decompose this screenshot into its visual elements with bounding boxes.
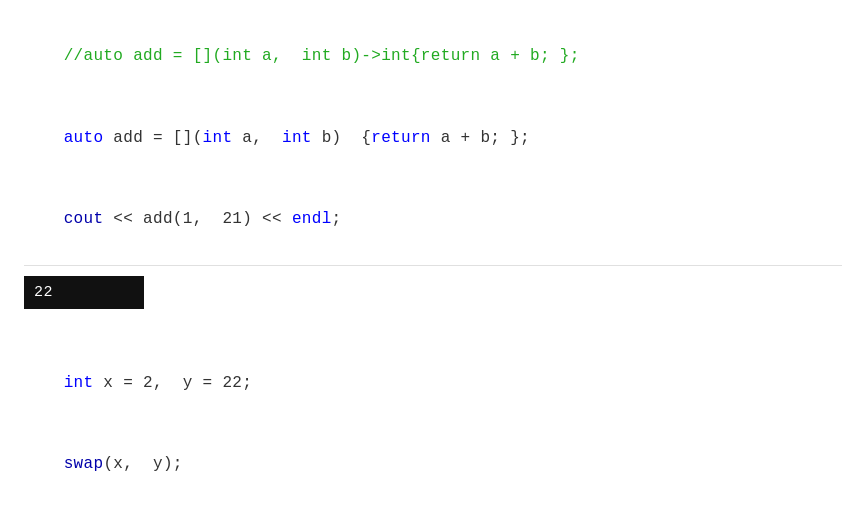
comment-text: //auto add = [](int a, int b)->int{retur… — [64, 47, 580, 65]
code-line-comment: //auto add = [](int a, int b)->int{retur… — [24, 16, 842, 98]
code-line-2: auto add = [](int a, int b) {return a + … — [24, 98, 842, 180]
type-int-1: int — [203, 129, 233, 147]
code-area: //auto add = [](int a, int b)->int{retur… — [0, 0, 866, 524]
code-line-4: int x = 2, y = 22; — [24, 342, 842, 424]
cout-1: cout — [64, 210, 104, 228]
code-line-3: cout << add(1, 21) << endl; — [24, 179, 842, 261]
keyword-auto: auto — [64, 129, 104, 147]
code-line-5: swap(x, y); — [24, 424, 842, 506]
output-block-1: 22 — [24, 270, 842, 316]
swap-func: swap — [64, 455, 104, 473]
endl-1: endl — [292, 210, 332, 228]
type-int-3: int — [64, 374, 94, 392]
divider-1 — [24, 265, 842, 266]
type-int-2: int — [282, 129, 312, 147]
code-line-6: cout << x << " " << y << endl; — [24, 506, 842, 525]
keyword-return: return — [371, 129, 431, 147]
output-value-1: 22 — [24, 276, 144, 310]
